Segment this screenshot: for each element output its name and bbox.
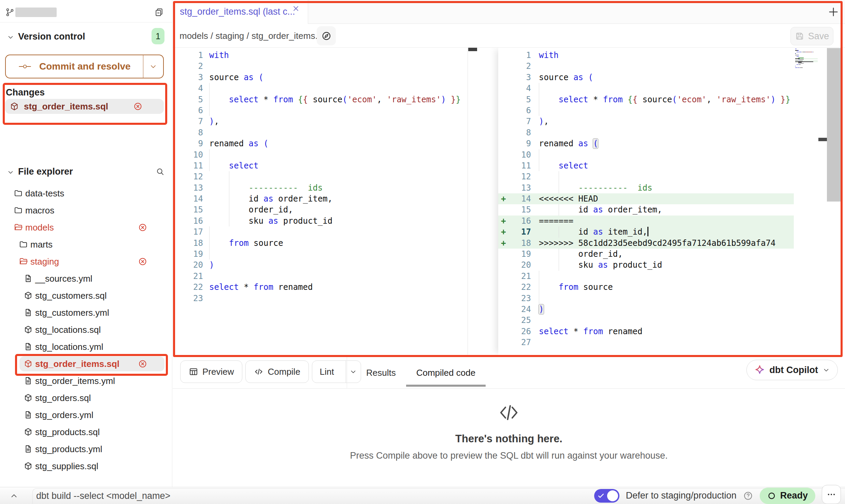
file-item-macros[interactable]: macros — [0, 202, 172, 219]
file-icon — [24, 342, 33, 351]
check-icon — [597, 492, 605, 500]
tab-stg-order-items[interactable]: stg_order_items.sql (last c... — [173, 0, 308, 24]
commit-options-dropdown[interactable] — [143, 55, 163, 78]
code-line-5: 5 select * from {{ source('ecom', 'raw_i… — [498, 94, 794, 105]
lineage-compass-button[interactable] — [317, 26, 336, 45]
version-control-header[interactable]: Version control 1 — [0, 29, 172, 44]
line-number: 19 — [173, 249, 203, 260]
new-tab-button[interactable] — [827, 6, 840, 18]
file-item-stg_order_items.yml[interactable]: stg_order_items.yml — [0, 372, 172, 389]
file-explorer-header[interactable]: File explorer — [0, 164, 172, 179]
dbt-ide-app: Version control 1 Commit and resolve Cha… — [0, 0, 845, 504]
code-icon — [254, 367, 263, 376]
left-pane-scrollbar-thumb[interactable] — [468, 48, 477, 51]
lint-button[interactable]: Lint — [312, 361, 342, 383]
code-line-14: 14 id as order_item, — [173, 193, 468, 204]
chevron-up-icon[interactable] — [10, 491, 18, 500]
editor-toolbar: Preview Compile Lint Results Compiled co… — [173, 357, 845, 389]
editor-pane-original[interactable]: 1with23source as (45 select * from {{ so… — [173, 48, 468, 355]
conflict-x-circle-icon[interactable] — [138, 223, 147, 232]
line-number: 6 — [173, 105, 203, 116]
version-control-label: Version control — [18, 31, 85, 42]
code-line-2: 2 — [173, 61, 468, 72]
git-commit-icon — [18, 62, 32, 71]
conflict-x-circle-icon[interactable] — [133, 102, 143, 111]
changed-file-stg-order-items[interactable]: stg_order_items.sql — [5, 99, 164, 114]
file-item-stg_supplies.sql[interactable]: stg_supplies.sql — [0, 458, 172, 475]
help-icon[interactable] — [743, 491, 753, 501]
search-icon[interactable] — [156, 167, 164, 176]
right-pane-scrollbar-thumb[interactable] — [818, 138, 827, 141]
file-icon — [24, 308, 33, 317]
file-item-stg_locations.sql[interactable]: stg_locations.sql — [0, 321, 172, 338]
code-line-3: 3source as ( — [173, 72, 468, 83]
editor-split-view: 1with23source as (45 select * from {{ so… — [173, 48, 845, 355]
code-line-6: 6 — [498, 105, 794, 116]
defer-toggle[interactable] — [594, 489, 619, 503]
commit-and-resolve-button[interactable]: Commit and resolve — [5, 55, 164, 78]
file-item-stg_products.yml[interactable]: stg_products.yml — [0, 441, 172, 458]
code-line-15: 15 id as order_item, — [498, 204, 794, 215]
code-line-11: 11 select — [173, 160, 468, 171]
editor-pane-current[interactable]: 1with23source as (45 select * from {{ so… — [498, 48, 794, 355]
file-item-label: stg_orders.sql — [35, 393, 91, 403]
file-item-data-tests[interactable]: data-tests — [0, 185, 172, 202]
file-item-stg_orders.yml[interactable]: stg_orders.yml — [0, 406, 172, 424]
status-bar-right: Defer to staging/production Ready — [594, 487, 841, 504]
file-item-label: stg_order_items.sql — [35, 359, 119, 369]
file-item-stg_order_items.sql[interactable]: stg_order_items.sql — [0, 355, 172, 372]
line-number: 16 — [498, 216, 531, 226]
right-scrollbar-track[interactable] — [827, 48, 842, 202]
file-item-stg_products.sql[interactable]: stg_products.sql — [0, 424, 172, 441]
model-icon — [10, 102, 19, 111]
line-number: 3 — [498, 72, 531, 83]
code-line-8: 8 — [498, 127, 794, 138]
connection-status-badge[interactable]: Ready — [760, 488, 815, 504]
file-item-label: stg_orders.yml — [35, 410, 94, 420]
code-line-19: 19 order_id, — [498, 249, 794, 260]
toggle-knob — [607, 490, 618, 501]
file-item-label: __sources.yml — [35, 273, 92, 284]
tab-compiled-code[interactable]: Compiled code — [406, 357, 486, 388]
line-number: 25 — [498, 315, 531, 326]
code-line-22: 22select * from renamed — [173, 282, 468, 293]
copy-icon[interactable] — [154, 8, 164, 17]
line-number: 4 — [498, 83, 531, 94]
status-bar: dbt build --select <model_name> Defer to… — [0, 487, 845, 504]
breadcrumb: models / staging / stg_order_items.sql — [180, 31, 329, 41]
code-line-8: 8 — [173, 127, 468, 138]
file-item-marts[interactable]: marts — [0, 236, 172, 253]
code-line-12: 12 — [498, 171, 794, 182]
preview-button[interactable]: Preview — [180, 360, 242, 383]
file-item-stg_customers.yml[interactable]: stg_customers.yml — [0, 304, 172, 321]
file-item-stg_locations.yml[interactable]: stg_locations.yml — [0, 338, 172, 355]
code-line-18: 18 from source — [173, 238, 468, 249]
save-button[interactable]: Save — [790, 27, 833, 45]
code-line-21: 21 — [498, 271, 794, 282]
close-icon[interactable] — [291, 4, 300, 13]
file-item-__sources.yml[interactable]: __sources.yml — [0, 270, 172, 287]
file-item-label: stg_customers.yml — [35, 308, 109, 318]
command-input[interactable]: dbt build --select <model_name> — [36, 491, 170, 501]
line-number: 11 — [173, 160, 203, 171]
file-item-staging[interactable]: staging — [0, 253, 172, 270]
editor-tab-bar: stg_order_items.sql (last c... — [173, 0, 845, 24]
file-item-models[interactable]: models — [0, 219, 172, 236]
code-line-22: 22 from source — [498, 282, 794, 293]
file-icon — [24, 376, 33, 385]
compile-button[interactable]: Compile — [245, 360, 309, 383]
more-options-button[interactable] — [822, 485, 841, 504]
conflict-x-circle-icon[interactable] — [138, 359, 147, 369]
line-number: 18 — [498, 238, 531, 249]
line-number: 4 — [173, 83, 203, 94]
line-number: 17 — [173, 226, 203, 237]
minimap[interactable] — [795, 49, 818, 69]
tab-results[interactable]: Results — [356, 357, 406, 388]
save-floppy-icon — [795, 31, 804, 41]
model-icon — [24, 461, 33, 471]
file-item-stg_orders.sql[interactable]: stg_orders.sql — [0, 389, 172, 406]
conflict-x-circle-icon[interactable] — [138, 257, 147, 266]
ellipsis-icon — [826, 489, 836, 500]
file-item-stg_customers.sql[interactable]: stg_customers.sql — [0, 287, 172, 304]
dbt-copilot-button[interactable]: dbt Copilot — [746, 360, 838, 380]
